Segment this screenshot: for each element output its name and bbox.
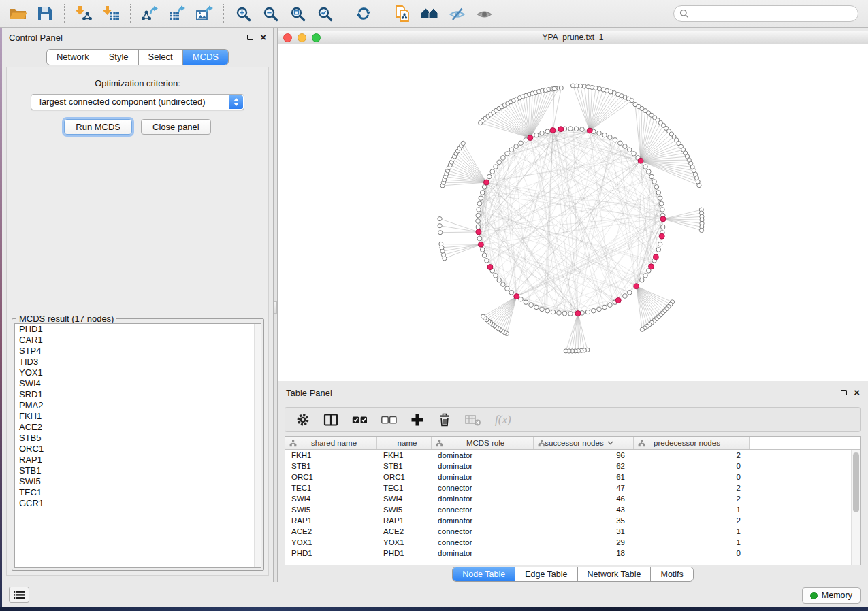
show-graphics-details-button[interactable] [470,1,498,26]
graph-node[interactable] [632,152,637,156]
graph-hub-node[interactable] [615,298,621,303]
table-scrollbar-thumb[interactable] [853,452,859,512]
graph-node[interactable] [592,308,596,313]
table-row[interactable]: SWI4SWI4dominator462 [285,493,860,504]
graph-node[interactable] [497,160,502,165]
graph-hub-node[interactable] [638,158,643,163]
export-network-button[interactable] [136,1,163,26]
tab-node-table[interactable]: Node Table [453,567,515,581]
graph-node[interactable] [481,314,485,318]
graph-node[interactable] [630,99,634,103]
task-history-button[interactable] [9,587,29,603]
graph-hub-node[interactable] [660,216,666,222]
zoom-in-button[interactable] [229,1,257,26]
table-settings-button[interactable] [296,413,310,427]
mcds-result-item[interactable]: SRD1 [15,389,261,400]
graph-node[interactable] [480,191,485,195]
graph-hub-node[interactable] [653,254,658,260]
table-row[interactable]: PHD1PHD1dominator180 [285,548,860,559]
refresh-view-button[interactable] [350,1,377,26]
graph-node[interactable] [494,165,498,169]
graph-hub-node[interactable] [550,128,556,133]
mcds-result-item[interactable]: STB5 [15,433,261,444]
graph-hub-node[interactable] [487,265,493,270]
graph-node[interactable] [551,310,556,314]
mcds-list-scrollbar[interactable] [254,324,261,567]
table-row[interactable]: YOX1YOX1connector291 [285,537,860,548]
graph-node[interactable] [487,174,492,179]
tab-motifs[interactable]: Motifs [650,567,692,581]
float-panel-icon[interactable] [841,390,847,395]
graph-node[interactable] [579,84,583,88]
graph-node[interactable] [519,141,524,146]
graph-node[interactable] [509,291,514,295]
table-row[interactable]: ORC1ORC1dominator610 [285,472,860,482]
criterion-select[interactable]: largest connected component (undirected) [31,94,244,110]
select-all-columns-button[interactable] [352,414,368,425]
graph-node[interactable] [608,303,613,308]
graph-node[interactable] [640,278,645,282]
tab-network-table[interactable]: Network Table [577,567,651,581]
vertical-splitter[interactable] [273,28,278,582]
graph-node[interactable] [438,224,442,228]
table-row[interactable]: ACE2ACE2connector311 [285,526,860,537]
graph-node[interactable] [618,141,623,146]
mcds-result-item[interactable]: TID3 [15,357,261,367]
graph-node[interactable] [514,144,519,149]
table-row[interactable]: RAP1RAP1dominator352 [285,515,860,526]
graph-node[interactable] [656,191,661,195]
graph-node[interactable] [494,274,498,278]
graph-node[interactable] [623,294,628,299]
graph-node[interactable] [627,148,632,152]
graph-node[interactable] [656,248,661,252]
graph-node[interactable] [660,208,665,212]
graph-node[interactable] [552,86,556,90]
graph-node[interactable] [505,152,510,156]
graph-node[interactable] [540,307,545,312]
mcds-result-item[interactable]: PHD1 [15,324,261,335]
mcds-result-item[interactable]: TEC1 [15,487,261,498]
column-header-name[interactable]: name [377,437,432,449]
graph-node[interactable] [649,174,654,179]
table-row[interactable]: STB1STB1dominator620 [285,461,860,472]
mcds-result-item[interactable]: GCR1 [15,498,261,509]
mcds-result-item[interactable]: STB1 [15,465,261,476]
mcds-result-item[interactable]: STP4 [15,346,261,357]
delete-column-button[interactable] [438,412,451,427]
export-image-button[interactable] [191,1,218,26]
close-panel-icon[interactable]: × [260,34,266,41]
graph-node[interactable] [613,138,617,143]
graph-node[interactable] [602,305,607,310]
graph-node[interactable] [534,133,539,137]
graph-hub-node[interactable] [558,127,564,132]
memory-button[interactable]: Memory [802,587,861,604]
graph-node[interactable] [654,185,659,190]
graph-node[interactable] [580,127,585,132]
column-view-button[interactable] [323,413,338,427]
graph-node[interactable] [482,253,487,258]
homes-button[interactable] [416,1,443,26]
mcds-result-item[interactable]: YOX1 [15,367,261,378]
graph-node[interactable] [568,312,573,316]
graph-node[interactable] [545,129,550,134]
graph-node[interactable] [585,310,590,314]
close-panel-icon[interactable]: × [854,389,860,396]
graph-hub-node[interactable] [476,229,481,235]
graph-node[interactable] [643,274,648,278]
graph-node[interactable] [439,242,443,246]
graph-node[interactable] [476,219,481,224]
column-header-mcds-role[interactable]: MCDS role [432,437,534,449]
import-network-button[interactable] [70,1,97,26]
graph-node[interactable] [485,259,489,263]
graph-node[interactable] [562,311,567,316]
graph-node[interactable] [477,201,482,206]
graph-hub-node[interactable] [649,264,654,269]
mcds-result-item[interactable]: ORC1 [15,444,261,455]
table-scrollbar[interactable] [851,450,860,565]
tab-select[interactable]: Select [138,50,182,65]
column-header-successor-nodes[interactable]: successor nodes [534,437,634,449]
graph-hub-node[interactable] [659,233,664,239]
function-builder-button[interactable]: f(x) [495,413,511,427]
graph-node[interactable] [652,180,657,184]
graph-node[interactable] [524,300,528,305]
